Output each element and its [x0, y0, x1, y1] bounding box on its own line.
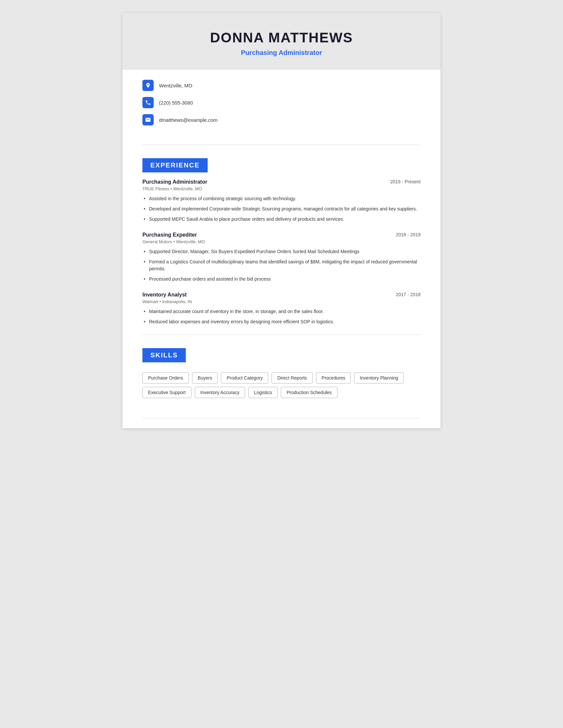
bullet-1-3: Supported MEPC Saudi Arabia to place pur… — [142, 216, 421, 223]
bullet-1-1: Assisted in the process of combining str… — [142, 195, 421, 202]
job-title-2: Purchasing Expediter — [142, 232, 197, 238]
job-block-1: Purchasing Administrator 2019 - Present … — [142, 179, 421, 223]
bullet-3-1: Maintained accurate count of inventory i… — [142, 308, 421, 315]
location-icon — [142, 80, 154, 91]
skills-section-label: SKILLS — [142, 348, 186, 362]
job-header-2: Purchasing Expediter 2018 - 2019 — [142, 232, 421, 238]
email-icon — [142, 114, 154, 125]
skill-tag-0: Purchase Orders — [142, 372, 189, 384]
skill-tag-1: Buyers — [192, 372, 218, 384]
job-company-2: General Motors • Wentzville, MO — [142, 239, 421, 244]
bullet-2-1: Supported Director, Manager, Six Buyers … — [142, 248, 421, 255]
bullet-1-2: Developed and implemented Corporate-wide… — [142, 205, 421, 212]
candidate-name: DONNA MATTHEWS — [142, 30, 421, 46]
company-location-3: Indianapolis, IN — [162, 299, 192, 304]
email-text: dmatthews@example.com — [159, 117, 217, 123]
company-name-3: Walmart — [142, 299, 158, 304]
divider-1 — [142, 145, 421, 145]
experience-section-label: EXPERIENCE — [142, 158, 208, 172]
candidate-title: Purchasing Administrator — [142, 49, 421, 57]
job-bullets-1: Assisted in the process of combining str… — [142, 195, 421, 223]
experience-header-wrapper: EXPERIENCE — [122, 148, 441, 179]
job-block-3: Inventory Analyst 2017 - 2018 Walmart • … — [142, 292, 421, 325]
skill-tag-5: Inventory Planning — [354, 372, 404, 384]
job-title-3: Inventory Analyst — [142, 292, 187, 298]
phone-item: (220) 555-3080 — [142, 97, 421, 108]
email-item: dmatthews@example.com — [142, 114, 421, 125]
location-item: Wentzville, MO — [142, 80, 421, 91]
company-name-1: TRUE Fitness — [142, 186, 169, 191]
divider-2 — [142, 335, 421, 335]
skill-tag-7: Inventory Accuracy — [195, 387, 245, 398]
job-title-1: Purchasing Administrator — [142, 179, 207, 185]
skill-tag-4: Procedures — [316, 372, 351, 384]
job-company-1: TRUE Fitness • Wentzville, MO — [142, 186, 421, 191]
job-dates-1: 2019 - Present — [390, 179, 421, 184]
job-header-3: Inventory Analyst 2017 - 2018 — [142, 292, 421, 298]
skill-tag-9: Production Schedules — [281, 387, 337, 398]
skills-section: Purchase Orders Buyers Product Category … — [122, 372, 441, 411]
bullet-3-2: Reduced labor expenses and inventory err… — [142, 318, 421, 325]
company-sep-3: • — [160, 299, 162, 304]
skills-header-wrapper: SKILLS — [122, 338, 441, 369]
company-location-2: Wentzville, MO — [176, 239, 205, 244]
job-dates-3: 2017 - 2018 — [396, 292, 421, 297]
bullet-2-2: Formed a Logistics Council of multidisci… — [142, 258, 421, 272]
contact-section: Wentzville, MO (220) 555-3080 dmatthews@… — [122, 70, 441, 141]
bullet-2-3: Processed purchase orders and assisted i… — [142, 276, 421, 283]
resume-container: DONNA MATTHEWS Purchasing Administrator … — [122, 13, 441, 428]
job-block-2: Purchasing Expediter 2018 - 2019 General… — [142, 232, 421, 283]
location-text: Wentzville, MO — [159, 83, 192, 88]
phone-icon — [142, 97, 154, 108]
bottom-divider — [142, 418, 421, 418]
skill-tag-6: Executive Support — [142, 387, 191, 398]
skill-tag-3: Direct Reports — [271, 372, 312, 384]
company-location-1: Wentzville, MO — [173, 186, 202, 191]
job-bullets-2: Supported Director, Manager, Six Buyers … — [142, 248, 421, 283]
company-name-2: General Motors — [142, 239, 172, 244]
skills-tags-container: Purchase Orders Buyers Product Category … — [142, 372, 421, 398]
skill-tag-8: Logistics — [248, 387, 277, 398]
job-company-3: Walmart • Indianapolis, IN — [142, 299, 421, 304]
phone-text: (220) 555-3080 — [159, 100, 193, 106]
experience-section: Purchasing Administrator 2019 - Present … — [122, 179, 441, 325]
resume-header: DONNA MATTHEWS Purchasing Administrator — [122, 13, 441, 70]
company-sep-1: • — [170, 186, 173, 191]
skill-tag-2: Product Category — [221, 372, 268, 384]
job-bullets-3: Maintained accurate count of inventory i… — [142, 308, 421, 325]
job-header-1: Purchasing Administrator 2019 - Present — [142, 179, 421, 185]
job-dates-2: 2018 - 2019 — [396, 232, 421, 237]
